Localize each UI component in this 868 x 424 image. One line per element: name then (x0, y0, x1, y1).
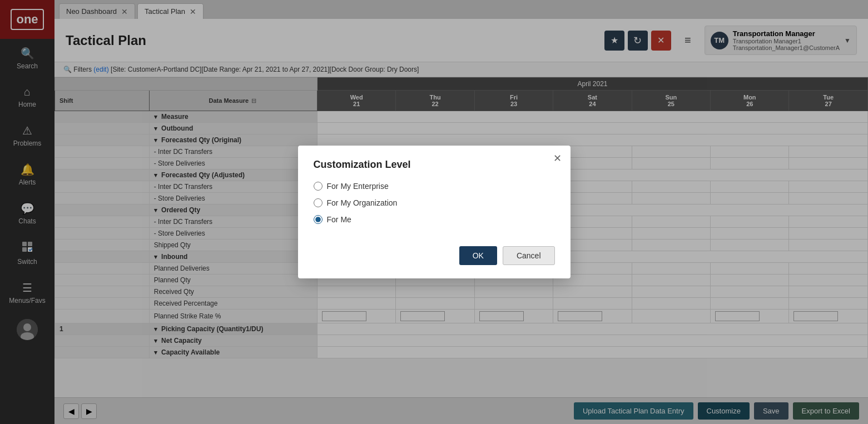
radio-enterprise-label: For My Enterprise (327, 182, 389, 191)
radio-group: For My Enterprise For My Organization Fo… (314, 182, 555, 224)
modal-cancel-button[interactable]: Cancel (503, 246, 555, 265)
modal-footer: OK Cancel (314, 246, 555, 265)
radio-me-input[interactable] (314, 215, 323, 224)
customization-modal: Customization Level ✕ For My Enterprise … (298, 146, 571, 278)
radio-me-label: For Me (327, 215, 351, 224)
radio-me[interactable]: For Me (314, 215, 555, 224)
radio-enterprise[interactable]: For My Enterprise (314, 182, 555, 191)
modal-overlay[interactable]: Customization Level ✕ For My Enterprise … (0, 0, 868, 424)
radio-enterprise-input[interactable] (314, 182, 323, 191)
modal-close-button[interactable]: ✕ (553, 153, 562, 163)
modal-ok-button[interactable]: OK (459, 246, 497, 265)
radio-organization-input[interactable] (314, 198, 323, 207)
radio-organization[interactable]: For My Organization (314, 198, 555, 207)
radio-organization-label: For My Organization (327, 198, 398, 207)
modal-title: Customization Level (314, 159, 555, 171)
